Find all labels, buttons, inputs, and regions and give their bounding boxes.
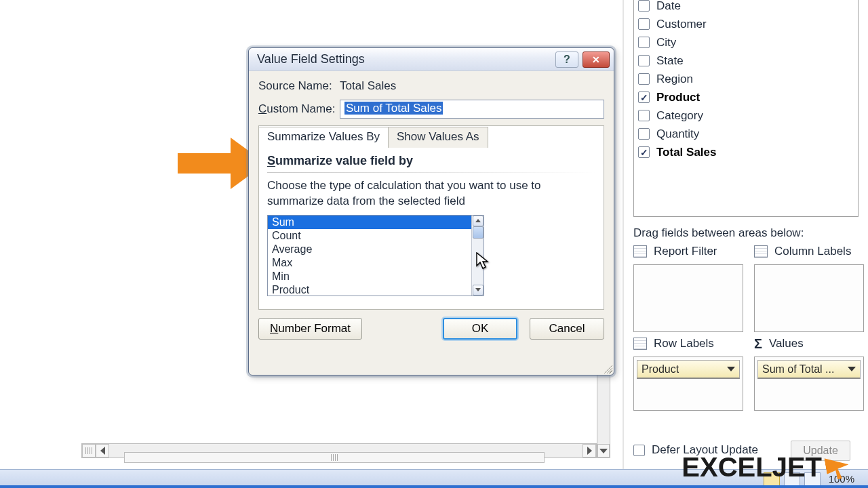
chip-value-sum-total[interactable]: Sum of Total ... (757, 360, 861, 379)
scroll-down-button[interactable] (473, 285, 484, 296)
area-row-labels: Row Labels Product (633, 335, 743, 411)
field-item-city[interactable]: City (638, 33, 854, 52)
dropzone-report-filter[interactable] (633, 264, 743, 332)
logo-text: EXCELJET (682, 452, 822, 483)
list-item[interactable]: Average (268, 243, 471, 256)
scroll-thumb[interactable] (473, 226, 484, 239)
custom-name-selection: Sum of Total Sales (344, 102, 443, 115)
sigma-icon: Σ (754, 336, 762, 352)
summarize-heading: Summarize value field by (267, 154, 595, 168)
tab-show-values-as[interactable]: Show Values As (388, 127, 488, 148)
field-label: Category (656, 109, 703, 123)
resize-grip-icon[interactable] (601, 363, 612, 373)
tabs-container: Summarize Values By Show Values As Summa… (258, 125, 604, 310)
triangle-down-icon (475, 288, 481, 291)
triangle-up-icon (475, 219, 481, 222)
scroll-up-button[interactable] (473, 216, 484, 226)
pivottable-field-list-pane: Date Customer City State Region Product … (623, 0, 867, 485)
help-button[interactable] (555, 52, 578, 68)
scroll-thumb[interactable] (124, 452, 545, 463)
area-heading: Values (769, 337, 804, 350)
field-item-quantity[interactable]: Quantity (638, 125, 854, 143)
area-report-filter: Report Filter (633, 243, 743, 332)
list-item[interactable]: Count (268, 229, 471, 243)
field-item-region[interactable]: Region (638, 70, 854, 88)
field-item-category[interactable]: Category (638, 106, 854, 125)
cancel-button[interactable]: Cancel (530, 318, 604, 340)
field-label: Product (656, 91, 700, 104)
checkbox-icon[interactable] (638, 55, 650, 66)
chip-label: Product (642, 363, 679, 375)
scroll-left-button[interactable] (96, 444, 109, 458)
field-label: Customer (656, 18, 707, 31)
field-list: Date Customer City State Region Product … (633, 0, 859, 217)
dropzone-row-labels[interactable]: Product (633, 357, 743, 411)
thumb-grip-icon (331, 454, 338, 461)
checkbox-icon[interactable] (638, 92, 650, 103)
area-heading: Report Filter (654, 245, 717, 258)
areas-label: Drag fields between areas below: (633, 226, 804, 240)
column-labels-icon (754, 245, 768, 258)
calculation-listbox[interactable]: Sum Count Average Max Min Product (267, 215, 484, 296)
tab-content-summarize: Summarize value field by Choose the type… (259, 147, 604, 302)
field-label: Date (656, 0, 681, 13)
checkbox-icon[interactable] (638, 37, 650, 48)
close-button[interactable] (583, 52, 610, 68)
summarize-description: Choose the type of calculation that you … (267, 178, 595, 209)
triangle-left-icon (100, 447, 105, 455)
source-name-value: Total Sales (340, 79, 396, 93)
area-values: ΣValues Sum of Total ... (754, 335, 864, 411)
field-label: Total Sales (656, 146, 717, 159)
checkbox-icon[interactable] (638, 73, 650, 85)
field-item-customer[interactable]: Customer (638, 15, 854, 33)
exceljet-logo: EXCELJET (682, 452, 849, 483)
field-label: City (656, 36, 676, 49)
list-item[interactable]: Product (268, 283, 471, 296)
report-filter-icon (633, 245, 647, 258)
checkbox-icon[interactable] (638, 128, 650, 140)
area-heading: Row Labels (654, 337, 714, 350)
chip-row-product[interactable]: Product (637, 360, 740, 379)
field-item-product[interactable]: Product (638, 88, 854, 106)
list-item[interactable]: Max (268, 256, 471, 270)
custom-name-input[interactable]: Sum of Total Sales (340, 100, 604, 119)
scroll-down-button[interactable] (597, 444, 610, 458)
defer-checkbox[interactable] (633, 445, 645, 456)
area-heading: Column Labels (774, 245, 851, 258)
field-item-total-sales[interactable]: Total Sales (638, 143, 854, 161)
dialog-title: Value Field Settings (257, 52, 365, 66)
dropzone-column-labels[interactable] (754, 264, 864, 332)
dialog-titlebar[interactable]: Value Field Settings (249, 48, 614, 71)
scroll-right-button[interactable] (583, 444, 596, 458)
chevron-down-icon (727, 367, 735, 371)
checkbox-icon[interactable] (638, 0, 650, 12)
dropzone-values[interactable]: Sum of Total ... (754, 357, 864, 411)
chevron-down-icon (848, 367, 856, 371)
number-format-button[interactable]: Number Format (258, 318, 362, 340)
checkbox-icon[interactable] (638, 110, 650, 121)
scroll-split-handle[interactable] (82, 444, 96, 458)
value-field-settings-dialog: Value Field Settings Source Name: Total … (248, 47, 614, 375)
list-item[interactable]: Sum (268, 216, 471, 229)
field-item-state[interactable]: State (638, 52, 854, 70)
logo-cursor-icon (824, 454, 850, 481)
triangle-right-icon (587, 447, 592, 455)
area-column-labels: Column Labels (754, 243, 864, 332)
chip-label: Sum of Total ... (762, 363, 834, 375)
listbox-scrollbar[interactable] (471, 216, 484, 296)
field-item-date[interactable]: Date (638, 0, 854, 15)
field-label: State (656, 54, 684, 68)
split-grip-icon (85, 447, 93, 454)
field-label: Quantity (656, 127, 699, 141)
triangle-down-icon (599, 449, 608, 453)
custom-name-label: Custom Name: (258, 102, 340, 116)
field-label: Region (656, 73, 693, 86)
checkbox-icon[interactable] (638, 18, 650, 30)
worksheet-horizontal-scrollbar[interactable] (81, 443, 597, 458)
source-name-label: Source Name: (258, 79, 340, 93)
ok-button[interactable]: OK (443, 318, 517, 340)
tab-summarize-values-by[interactable]: Summarize Values By (258, 127, 389, 148)
list-item[interactable]: Min (268, 270, 471, 283)
checkbox-icon[interactable] (638, 146, 650, 158)
row-labels-icon (633, 338, 647, 350)
